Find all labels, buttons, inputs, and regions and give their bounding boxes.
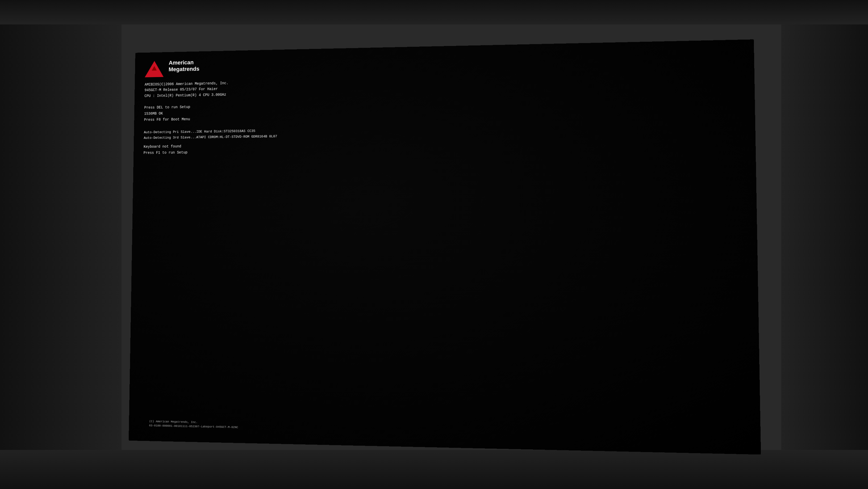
bottom-background — [0, 450, 868, 489]
brand-text: American Megatrends — [168, 59, 199, 73]
monitor-screen: American Megatrends AMIBIOS(C)2006 Ameri… — [129, 39, 761, 454]
brand-line1: American — [168, 59, 199, 66]
keyboard-section: Keyboard not found Press F1 to run Setup — [143, 137, 744, 156]
ami-triangle-icon — [145, 61, 164, 77]
top-background — [0, 0, 868, 25]
right-background — [781, 0, 868, 489]
screen-content: American Megatrends AMIBIOS(C)2006 Ameri… — [139, 47, 749, 446]
footer-section: (C) American Megatrends, Inc. 63-0100-00… — [149, 419, 738, 440]
brand-line2: Megatrends — [168, 66, 199, 73]
photo-frame: American Megatrends AMIBIOS(C)2006 Ameri… — [0, 0, 868, 489]
left-background — [0, 0, 122, 489]
ami-logo — [145, 61, 164, 77]
